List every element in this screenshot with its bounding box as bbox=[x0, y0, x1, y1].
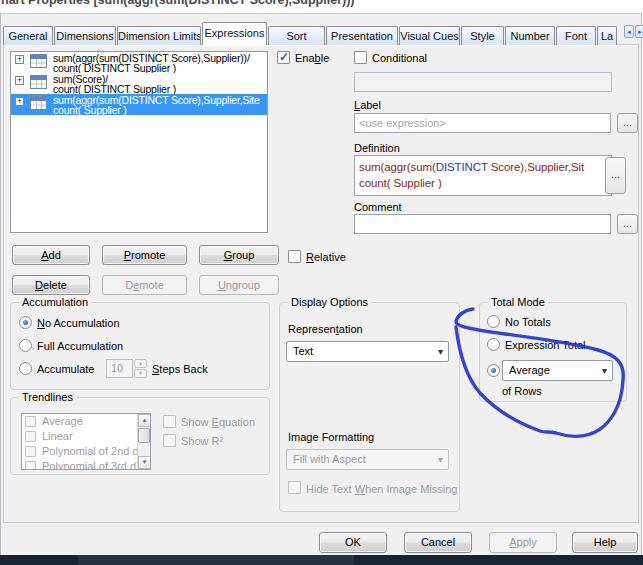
show-equation-label: Show Equation bbox=[181, 416, 255, 428]
definition-line1: sum(aggr(sum(DISTINCT Score),Supplier,Si… bbox=[359, 159, 607, 175]
label-ellipsis-button[interactable]: ... bbox=[617, 113, 638, 133]
expand-plus-icon[interactable] bbox=[15, 97, 24, 106]
tab-presentation[interactable]: Presentation bbox=[326, 26, 398, 45]
screen: hart Properties [sum(aggr(sum(DISTINCT S… bbox=[0, 0, 643, 565]
definition-caption: Definition bbox=[354, 142, 400, 154]
chart-properties-dialog: General Dimensions Dimension Limits Expr… bbox=[0, 13, 642, 555]
expand-plus-icon[interactable] bbox=[15, 76, 24, 85]
window-title-bar: hart Properties [sum(aggr(sum(DISTINCT S… bbox=[0, 0, 643, 13]
comment-input[interactable] bbox=[354, 214, 611, 234]
demote-button[interactable]: Demote bbox=[102, 275, 187, 295]
trendlines-group: Trendlines Average Linear Polynomial of … bbox=[10, 397, 270, 475]
tab-style[interactable]: Style bbox=[461, 26, 504, 45]
trendline-checkbox bbox=[25, 416, 36, 427]
image-formatting-label: Image Formatting bbox=[288, 431, 374, 443]
help-button[interactable]: Help bbox=[572, 532, 638, 553]
no-totals-label: No Totals bbox=[505, 316, 551, 328]
show-r2-checkbox bbox=[163, 434, 176, 447]
ungroup-button[interactable]: Ungroup bbox=[199, 275, 279, 295]
expression-row-selected[interactable]: sum(aggr(sum(DISTINCT Score),Supplier,Si… bbox=[11, 94, 267, 115]
expression-total-label: Expression Total bbox=[505, 339, 586, 351]
tab-expressions[interactable]: Expressions bbox=[202, 22, 267, 45]
of-rows-label: of Rows bbox=[502, 385, 542, 397]
trendlines-list[interactable]: Average Linear Polynomial of 2nd d Polyn… bbox=[21, 413, 151, 470]
tab-sort[interactable]: Sort bbox=[268, 26, 325, 45]
accumulate-radio[interactable] bbox=[19, 362, 32, 375]
tab-bar: General Dimensions Dimension Limits Expr… bbox=[3, 22, 618, 45]
total-aggregation-select[interactable]: Average bbox=[502, 360, 613, 381]
definition-line2: count( Supplier ) bbox=[359, 175, 607, 191]
trendlines-scrollbar[interactable] bbox=[137, 414, 150, 469]
conditional-checkbox[interactable] bbox=[354, 51, 367, 64]
apply-button[interactable]: Apply bbox=[489, 532, 557, 553]
trendline-label: Average bbox=[42, 415, 83, 427]
tab-layout-clipped[interactable]: La bbox=[597, 26, 617, 45]
steps-back-stepper bbox=[134, 359, 147, 378]
relative-label: Relative bbox=[306, 251, 346, 263]
expression-total-radio[interactable] bbox=[487, 338, 500, 351]
no-accumulation-radio[interactable] bbox=[19, 316, 32, 329]
comment-caption: Comment bbox=[354, 201, 402, 213]
tab-scroll-buttons: ◄ ► bbox=[623, 25, 643, 38]
image-formatting-select: Fill with Aspect bbox=[286, 449, 449, 470]
cancel-button[interactable]: Cancel bbox=[404, 532, 472, 553]
trendlines-title: Trendlines bbox=[19, 391, 76, 403]
enable-label: Enable bbox=[295, 52, 329, 64]
relative-checkbox[interactable] bbox=[288, 250, 301, 263]
representation-select[interactable]: Text bbox=[286, 341, 449, 362]
show-r2-label: Show R² bbox=[181, 435, 223, 447]
group-button[interactable]: Group bbox=[199, 245, 279, 265]
delete-button[interactable]: Delete bbox=[12, 275, 90, 295]
tab-visual-cues[interactable]: Visual Cues bbox=[399, 26, 460, 45]
trendline-checkbox bbox=[25, 461, 36, 470]
trendline-label: Polynomial of 2nd d bbox=[42, 445, 139, 457]
enable-checkbox[interactable] bbox=[277, 51, 290, 64]
aggregation-radio[interactable] bbox=[487, 364, 500, 377]
scroll-thumb[interactable] bbox=[138, 428, 150, 443]
expression-line2: count( DISTINCT Supplier ) bbox=[53, 63, 265, 73]
tab-general[interactable]: General bbox=[3, 26, 53, 45]
scroll-up-icon[interactable] bbox=[138, 414, 151, 427]
ok-button[interactable]: OK bbox=[319, 532, 387, 553]
label-input[interactable] bbox=[354, 113, 611, 133]
table-icon bbox=[30, 54, 47, 69]
show-equation-checkbox bbox=[163, 415, 176, 428]
comment-ellipsis-button[interactable]: ... bbox=[617, 214, 638, 234]
tab-font[interactable]: Font bbox=[556, 26, 596, 45]
trendline-label: Linear bbox=[42, 430, 73, 442]
no-totals-radio[interactable] bbox=[487, 315, 500, 328]
tab-dimensions[interactable]: Dimensions bbox=[54, 26, 116, 45]
definition-box[interactable]: sum(aggr(sum(DISTINCT Score),Supplier,Si… bbox=[354, 155, 612, 196]
promote-button[interactable]: Promote bbox=[102, 245, 187, 265]
expression-line2: count( Supplier ) bbox=[53, 105, 265, 115]
expand-plus-icon[interactable] bbox=[15, 55, 24, 64]
tab-scroll-left-icon[interactable]: ◄ bbox=[624, 25, 634, 38]
tab-number[interactable]: Number bbox=[505, 26, 555, 45]
total-mode-title: Total Mode bbox=[488, 296, 548, 308]
expression-list[interactable]: sum(aggr(sum(DISTINCT Score),Supplier))/… bbox=[10, 51, 268, 233]
accumulate-label: Accumulate bbox=[37, 363, 94, 375]
hide-text-checkbox bbox=[288, 481, 301, 494]
expression-line2: count( DISTINCT Supplier ) bbox=[53, 84, 265, 94]
expression-row[interactable]: sum(Score)/ count( DISTINCT Supplier ) bbox=[11, 73, 267, 94]
spinner-down-icon[interactable] bbox=[134, 369, 147, 378]
tab-dimension-limits[interactable]: Dimension Limits bbox=[117, 26, 201, 45]
representation-label: Representation bbox=[288, 323, 363, 335]
expression-row[interactable]: sum(aggr(sum(DISTINCT Score),Supplier))/… bbox=[11, 52, 267, 73]
display-options-title: Display Options bbox=[288, 296, 371, 308]
trendline-checkbox bbox=[25, 431, 36, 442]
definition-ellipsis-button[interactable]: ... bbox=[605, 157, 626, 194]
trendline-item: Linear bbox=[22, 429, 150, 444]
hide-text-label: Hide Text When Image Missing bbox=[306, 483, 457, 495]
full-accumulation-label: Full Accumulation bbox=[37, 340, 123, 352]
add-button[interactable]: Add bbox=[12, 245, 90, 265]
table-icon bbox=[30, 75, 47, 90]
trendline-label: Polynomial of 3rd d bbox=[42, 460, 136, 470]
tab-scroll-right-icon[interactable]: ► bbox=[635, 25, 643, 38]
spinner-up-icon[interactable] bbox=[134, 359, 147, 368]
expressions-tab-page: sum(aggr(sum(DISTINCT Score),Supplier))/… bbox=[3, 44, 639, 523]
steps-back-label: Steps Back bbox=[152, 363, 208, 375]
full-accumulation-radio[interactable] bbox=[19, 339, 32, 352]
scroll-down-icon[interactable] bbox=[138, 456, 151, 469]
accumulation-group: Accumulation No Accumulation Full Accumu… bbox=[10, 302, 270, 390]
